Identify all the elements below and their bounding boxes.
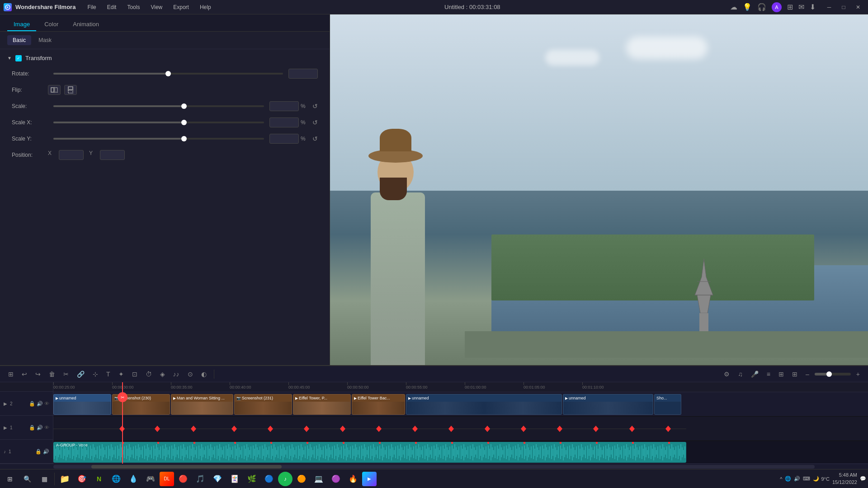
insert-icon[interactable]: ⊞ — [789, 369, 800, 380]
transform-tool-icon[interactable]: ⊹ — [90, 369, 101, 380]
timeline-ruler[interactable]: 00:00:25:00 00:00:30:00 00:00:35:00 00:0… — [53, 382, 868, 392]
menu-export[interactable]: Export — [170, 2, 193, 12]
track-1-speaker-icon[interactable]: 🔊 — [37, 425, 43, 431]
clip-eiffel-1[interactable]: ▶ Eiffel Tower, P... — [293, 394, 351, 415]
taskbar-app-14[interactable]: 💻 — [311, 471, 327, 487]
zoom-slider[interactable] — [815, 373, 851, 375]
add-media-icon[interactable]: ⊞ — [5, 369, 16, 380]
tab-color[interactable]: Color — [38, 18, 65, 31]
taskbar-app-4[interactable]: 🎮 — [142, 471, 159, 487]
scale-x-slider[interactable] — [53, 122, 264, 123]
track-1-eye-icon[interactable]: 👁 — [44, 425, 49, 431]
grid-icon[interactable]: ⊞ — [787, 3, 793, 11]
timeline-scrollbar[interactable] — [0, 464, 868, 469]
subtab-basic[interactable]: Basic — [7, 35, 31, 45]
taskbar-app-15[interactable]: 🟣 — [328, 471, 344, 487]
menu-help[interactable]: Help — [196, 2, 215, 12]
flip-vertical-button[interactable] — [64, 85, 77, 95]
menu-view[interactable]: View — [147, 2, 166, 12]
scale-slider[interactable] — [53, 105, 264, 107]
taskbar-app-11[interactable]: 🔵 — [261, 471, 277, 487]
taskbar-up-arrow[interactable]: ^ — [780, 476, 782, 482]
taskbar-app-12[interactable]: ♪ — [278, 472, 292, 486]
stabilize-icon[interactable]: ⊙ — [185, 369, 196, 380]
scale-x-reset-icon[interactable]: ↺ — [312, 119, 318, 126]
notification-icon[interactable]: 💬 — [860, 476, 866, 482]
menu-file[interactable]: File — [84, 2, 99, 12]
start-button[interactable]: ⊞ — [2, 471, 18, 487]
clip-shot[interactable]: Sho... — [654, 394, 681, 415]
taskbar-app-10[interactable]: 🌿 — [244, 471, 260, 487]
audio-lock-icon[interactable]: 🔒 — [35, 449, 42, 455]
text-icon[interactable]: T — [104, 369, 113, 380]
eq-icon[interactable]: ≡ — [764, 369, 773, 380]
network-icon[interactable]: 🌐 — [785, 476, 791, 482]
track-2-speaker-icon[interactable]: 🔊 — [37, 401, 43, 407]
undo-icon[interactable]: ↩ — [19, 369, 30, 380]
redo-icon[interactable]: ↪ — [33, 369, 43, 380]
taskview-button[interactable]: ▦ — [36, 471, 52, 487]
clip-unnamed-3[interactable]: ▶ unnamed — [563, 394, 653, 415]
keyboard-icon[interactable]: ⌨ — [803, 476, 810, 482]
explorer-button[interactable]: 📁 — [57, 471, 73, 487]
scale-y-reset-icon[interactable]: ↺ — [312, 135, 318, 142]
taskbar-app-2[interactable]: N — [91, 471, 107, 487]
position-x-input[interactable]: 0.0 — [59, 150, 84, 160]
menu-tools[interactable]: Tools — [123, 2, 143, 12]
settings-icon[interactable]: ⚙ — [721, 369, 732, 380]
clip-unnamed-2[interactable]: ▶ unnamed — [406, 394, 562, 415]
scale-reset-icon[interactable]: ↺ — [312, 103, 318, 110]
track-1-lock-icon[interactable]: 🔒 — [29, 425, 35, 431]
color-grading-icon[interactable]: ◐ — [198, 369, 209, 380]
clip-man-woman[interactable]: ▶ Man and Woman Sitting ... — [171, 394, 233, 415]
link-icon[interactable]: 🔗 — [74, 369, 87, 380]
audio-speaker-icon[interactable]: 🔊 — [43, 449, 49, 455]
effect-icon[interactable]: ✦ — [116, 369, 127, 380]
track-2-lock-icon[interactable]: 🔒 — [29, 401, 35, 407]
taskbar-time-date[interactable]: 5:48 AM 15/12/2022 — [832, 472, 857, 486]
filmora-taskbar[interactable]: ▶ — [362, 472, 377, 486]
headphone-icon[interactable]: 🎧 — [757, 3, 766, 11]
clip-screenshot-231[interactable]: 📷 Screenshot (231) — [234, 394, 292, 415]
scale-y-value[interactable]: 125.00 — [269, 134, 299, 144]
close-button[interactable]: ✕ — [852, 1, 864, 14]
audio-level-icon[interactable]: ♫ — [735, 369, 745, 380]
mail-icon[interactable]: ✉ — [798, 3, 804, 11]
scale-x-value[interactable]: 125.00 — [269, 117, 299, 127]
transform-checkbox[interactable]: ✓ — [15, 55, 22, 61]
taskbar-app-8[interactable]: 💎 — [209, 471, 226, 487]
audio-waveform[interactable]: A-GROUP - Vo↑e — [53, 442, 686, 463]
snap-icon[interactable]: ⊞ — [776, 369, 787, 380]
flip-horizontal-button[interactable] — [48, 85, 61, 95]
mask-icon[interactable]: ◈ — [157, 369, 168, 380]
avatar-icon[interactable]: A — [772, 2, 782, 12]
track-2-eye-icon[interactable]: 👁 — [44, 401, 49, 407]
menu-edit[interactable]: Edit — [104, 2, 120, 12]
transition-icon[interactable]: ⊡ — [129, 369, 140, 380]
subtab-mask[interactable]: Mask — [33, 35, 57, 45]
scale-value[interactable]: 125.00 — [269, 101, 299, 111]
rotate-slider[interactable] — [53, 73, 283, 75]
clip-eiffel-2[interactable]: ▶ Eiffel Tower Bac... — [352, 394, 405, 415]
clip-screenshot-230[interactable]: 📷 Screenshot (230) — [112, 394, 170, 415]
volume-icon[interactable]: 🔊 — [794, 476, 800, 482]
download-icon[interactable]: ⬇ — [810, 3, 816, 11]
search-button[interactable]: 🔍 — [19, 471, 35, 487]
taskbar-app-13[interactable]: 🟠 — [293, 471, 310, 487]
tab-image[interactable]: Image — [7, 18, 36, 31]
zoom-in-icon[interactable]: + — [854, 369, 863, 380]
clip-unnamed-1[interactable]: ▶ unnamed — [53, 394, 111, 415]
collapse-arrow[interactable]: ▼ — [7, 56, 12, 61]
cloud-icon[interactable]: ☁ — [730, 3, 737, 11]
speed-icon[interactable]: ⏱ — [143, 369, 155, 380]
razor-icon[interactable]: ✂ — [61, 369, 71, 380]
taskbar-app-3[interactable]: 💧 — [125, 471, 142, 487]
taskbar-app-1[interactable]: 🎯 — [74, 471, 90, 487]
minimize-button[interactable]: ─ — [823, 1, 835, 14]
mic-icon[interactable]: 🎤 — [748, 369, 761, 380]
taskbar-app-7[interactable]: 🎵 — [192, 471, 208, 487]
taskbar-app-5[interactable]: DL — [160, 472, 174, 486]
delete-icon[interactable]: 🗑 — [46, 369, 58, 380]
chrome-button[interactable]: 🌐 — [108, 471, 124, 487]
taskbar-app-16[interactable]: 🔥 — [345, 471, 361, 487]
